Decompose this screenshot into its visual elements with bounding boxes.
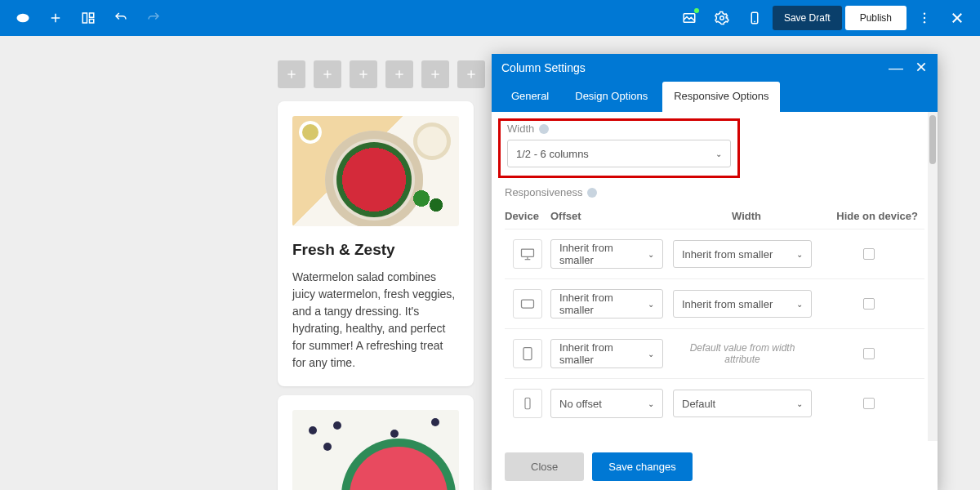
offset-select-tablet-portrait[interactable]: Inherit from smaller⌄ (550, 339, 663, 368)
hide-checkbox-desktop[interactable] (863, 248, 875, 260)
device-desktop-icon (513, 239, 542, 269)
close-button[interactable]: Close (505, 452, 584, 481)
close-editor-icon[interactable] (942, 3, 972, 33)
width-field-highlight: Width 1/2 - 6 columns⌄ (498, 118, 740, 178)
svg-point-0 (17, 14, 29, 23)
width-select-tablet-landscape[interactable]: Inherit from smaller⌄ (673, 290, 812, 318)
card-image (292, 116, 459, 226)
hide-checkbox-tablet-landscape[interactable] (863, 298, 875, 310)
gear-icon[interactable] (707, 3, 737, 33)
width-select-desktop[interactable]: Inherit from smaller⌄ (673, 240, 812, 268)
add-element-button[interactable] (278, 60, 305, 88)
panel-title: Column Settings (501, 61, 586, 74)
device-tablet-portrait-icon (513, 339, 542, 368)
responsive-row-tablet-portrait: Inherit from smaller⌄ Default value from… (505, 328, 924, 378)
image-status-icon[interactable] (675, 3, 704, 33)
panel-body: Width 1/2 - 6 columns⌄ Responsiveness De… (492, 112, 938, 441)
more-icon[interactable] (910, 3, 939, 33)
info-icon[interactable] (539, 124, 549, 134)
hide-checkbox-tablet-portrait[interactable] (863, 348, 875, 359)
width-label: Width (507, 122, 534, 135)
svg-rect-3 (82, 13, 87, 23)
responsive-row-mobile: No offset⌄ Default⌄ (505, 378, 924, 428)
add-element-button[interactable] (457, 60, 485, 88)
column-settings-panel: Column Settings — General Design Options… (492, 54, 938, 490)
svg-point-10 (924, 13, 925, 15)
close-panel-icon[interactable] (915, 60, 928, 76)
add-icon[interactable] (41, 3, 70, 33)
hide-checkbox-mobile[interactable] (863, 398, 875, 409)
card-image (292, 410, 459, 490)
svg-rect-32 (522, 300, 534, 308)
responsive-row-desktop: Inherit from smaller⌄ Inherit from small… (505, 229, 924, 278)
chevron-down-icon: ⌄ (715, 149, 722, 158)
panel-tabs: General Design Options Responsive Option… (492, 82, 938, 112)
responsive-row-tablet-landscape: Inherit from smaller⌄ Inherit from small… (505, 278, 924, 328)
add-element-button[interactable] (350, 60, 377, 88)
svg-rect-29 (522, 249, 534, 256)
redo-icon (139, 3, 168, 33)
svg-rect-4 (90, 13, 94, 17)
tab-responsive-options[interactable]: Responsive Options (662, 82, 780, 112)
svg-rect-34 (525, 398, 530, 409)
panel-footer: Close Save changes (492, 441, 938, 490)
minimize-icon[interactable]: — (889, 64, 903, 72)
svg-rect-5 (90, 20, 94, 24)
save-changes-button[interactable]: Save changes (592, 452, 692, 481)
content-card[interactable]: Fresh & Zesty Watermelon salad combines … (278, 101, 474, 386)
width-select-mobile[interactable]: Default⌄ (673, 390, 812, 417)
templates-icon[interactable] (74, 3, 103, 33)
tab-general[interactable]: General (500, 82, 560, 112)
info-icon[interactable] (587, 188, 597, 198)
add-element-button[interactable] (421, 60, 449, 88)
svg-point-12 (924, 21, 925, 23)
tab-design-options[interactable]: Design Options (564, 82, 659, 112)
device-mobile-icon (513, 389, 542, 418)
default-width-text: Default value from width attribute (673, 342, 820, 365)
add-element-row (278, 60, 485, 88)
offset-select-tablet-landscape[interactable]: Inherit from smaller⌄ (550, 289, 663, 318)
width-select[interactable]: 1/2 - 6 columns⌄ (507, 140, 731, 167)
device-tablet-landscape-icon (513, 289, 542, 318)
undo-icon[interactable] (106, 3, 136, 33)
logo-icon[interactable] (8, 3, 38, 33)
responsiveness-label: Responsiveness (505, 186, 582, 198)
card-body: Watermelon salad combines juicy watermel… (292, 269, 459, 372)
content-card[interactable] (278, 395, 474, 490)
add-element-button[interactable] (385, 60, 413, 88)
panel-header: Column Settings — (492, 54, 938, 82)
add-element-button[interactable] (314, 60, 341, 88)
publish-button[interactable]: Publish (845, 6, 906, 30)
responsive-table-header: Device Offset Width Hide on device? (505, 203, 924, 229)
svg-rect-33 (523, 348, 532, 360)
offset-select-desktop[interactable]: Inherit from smaller⌄ (550, 239, 663, 269)
offset-select-mobile[interactable]: No offset⌄ (550, 389, 663, 418)
mobile-preview-icon[interactable] (740, 3, 769, 33)
card-title: Fresh & Zesty (292, 241, 459, 259)
panel-scrollbar[interactable] (928, 112, 938, 441)
svg-point-11 (924, 17, 925, 19)
topbar: Save Draft Publish (0, 0, 980, 36)
save-draft-button[interactable]: Save Draft (773, 6, 842, 30)
svg-point-7 (720, 16, 724, 20)
